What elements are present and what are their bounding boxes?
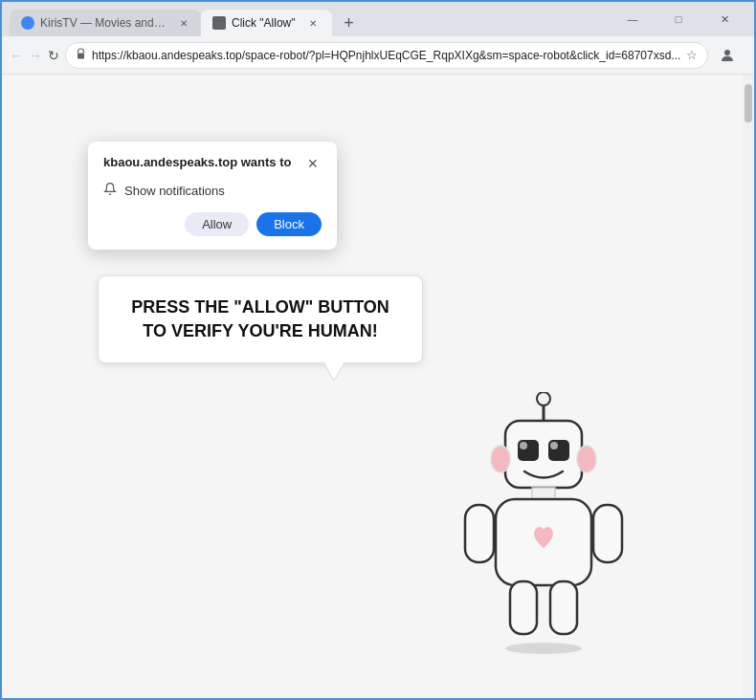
tab-close-allow[interactable]: ✕ bbox=[305, 15, 321, 31]
robot-container bbox=[448, 392, 639, 641]
menu-icon[interactable]: ⋮ bbox=[743, 42, 756, 69]
close-button[interactable]: ✕ bbox=[702, 6, 746, 33]
robot-svg bbox=[448, 392, 639, 660]
tab-label-allow: Click "Allow" bbox=[232, 16, 296, 30]
scrollbar-thumb[interactable] bbox=[745, 84, 752, 122]
svg-rect-13 bbox=[532, 488, 555, 499]
title-bar: KirisTV — Movies and Series D... ✕ Click… bbox=[2, 2, 754, 36]
popup-title: kbaou.andespeaks.top wants to bbox=[103, 155, 292, 169]
svg-rect-0 bbox=[78, 54, 84, 59]
svg-point-12 bbox=[577, 446, 596, 472]
account-icon[interactable] bbox=[714, 42, 741, 69]
scrollbar[interactable] bbox=[743, 75, 754, 698]
popup-notification-text: Show notifications bbox=[124, 184, 225, 198]
tab-close-kiristry[interactable]: ✕ bbox=[178, 15, 189, 31]
maximize-button[interactable]: □ bbox=[656, 6, 700, 33]
refresh-button[interactable]: ↻ bbox=[48, 42, 59, 69]
address-bar[interactable]: https://kbaou.andespeaks.top/space-robot… bbox=[65, 42, 708, 69]
lock-icon bbox=[76, 48, 86, 62]
popup-buttons: Allow Block bbox=[103, 212, 322, 236]
tab-allow[interactable]: Click "Allow" ✕ bbox=[201, 10, 332, 36]
svg-point-5 bbox=[537, 392, 550, 405]
popup-header: kbaou.andespeaks.top wants to ✕ bbox=[103, 155, 322, 172]
allow-button[interactable]: Allow bbox=[185, 212, 249, 236]
bookmark-icon[interactable]: ☆ bbox=[686, 48, 698, 62]
new-tab-button[interactable]: + bbox=[336, 10, 363, 36]
svg-rect-18 bbox=[550, 581, 577, 634]
tab-favicon-allow bbox=[212, 16, 226, 30]
nav-bar: ← → ↻ https://kbaou.andespeaks.top/space… bbox=[2, 36, 754, 75]
speech-text: PRESS THE "ALLOW" BUTTON TO VERIFY YOU'R… bbox=[127, 295, 393, 343]
nav-right-icons: ⋮ bbox=[714, 42, 756, 69]
minimize-button[interactable]: — bbox=[611, 6, 655, 33]
browser-frame: KirisTV — Movies and Series D... ✕ Click… bbox=[2, 2, 754, 698]
tab-bar: KirisTV — Movies and Series D... ✕ Click… bbox=[10, 2, 599, 36]
tab-label-kiristry: KirisTV — Movies and Series D... bbox=[40, 16, 168, 30]
notification-popup: kbaou.andespeaks.top wants to ✕ Show not… bbox=[88, 142, 337, 250]
back-button[interactable]: ← bbox=[10, 42, 23, 69]
tab-kiristry[interactable]: KirisTV — Movies and Series D... ✕ bbox=[10, 10, 201, 36]
speech-bubble: PRESS THE "ALLOW" BUTTON TO VERIFY YOU'R… bbox=[98, 275, 423, 363]
block-button[interactable]: Block bbox=[256, 212, 322, 236]
page-content: RISK.COM PRESS THE "ALLOW" BUTTON TO VER… bbox=[2, 75, 754, 698]
svg-rect-17 bbox=[510, 581, 537, 634]
bell-icon bbox=[103, 182, 117, 199]
svg-point-19 bbox=[505, 643, 582, 654]
svg-rect-15 bbox=[465, 505, 494, 562]
svg-point-9 bbox=[520, 442, 527, 449]
window-controls: — □ ✕ bbox=[611, 6, 746, 33]
popup-close-button[interactable]: ✕ bbox=[304, 155, 322, 172]
url-text: https://kbaou.andespeaks.top/space-robot… bbox=[92, 49, 680, 62]
popup-notification-row: Show notifications bbox=[103, 182, 322, 199]
svg-rect-16 bbox=[593, 505, 622, 562]
svg-point-10 bbox=[550, 442, 558, 449]
svg-point-1 bbox=[724, 50, 730, 55]
svg-point-11 bbox=[491, 446, 510, 472]
address-bar-icons: ☆ bbox=[686, 48, 698, 62]
forward-button[interactable]: → bbox=[29, 42, 42, 69]
tab-favicon-kiristry bbox=[21, 16, 34, 30]
